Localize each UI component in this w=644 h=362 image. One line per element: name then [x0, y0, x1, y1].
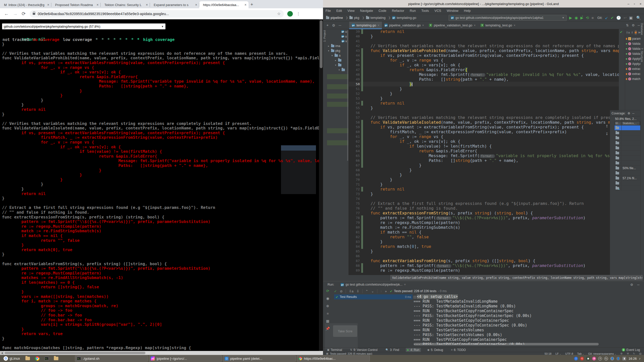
- editor-line[interactable]: 51 }: [349, 86, 619, 91]
- new-tab-button[interactable]: +: [249, 1, 255, 8]
- project-dir-row[interactable]: ▾: [327, 67, 348, 72]
- menu-item-file[interactable]: File: [326, 9, 331, 13]
- structure-item[interactable]: fextractVariablesFromString: [625, 71, 640, 76]
- toolwindow-button-3-find[interactable]: 🔍3: Find: [384, 348, 401, 352]
- chrome-launcher-icon[interactable]: [35, 356, 39, 361]
- taskbar-window-button[interactable]: >_./goland.sh: [75, 355, 148, 361]
- run-configuration-select[interactable]: go go test github.com/tektoncd/pipeline/…: [449, 15, 567, 21]
- show-passed-icon[interactable]: ✓: [334, 289, 337, 293]
- close-tab-icon[interactable]: ×: [47, 3, 49, 7]
- run-tab[interactable]: go go test github.com/tektoncd/pipeline/…: [339, 281, 408, 288]
- structure-item[interactable]: vparameterSubstitution: [625, 36, 640, 41]
- project-covered-row[interactable]: [327, 128, 348, 133]
- breadcrumb-item[interactable]: templating❯: [366, 16, 391, 20]
- editor-line[interactable]: 45 for _, v := range vs {: [349, 58, 619, 63]
- coverage-row[interactable]: [615, 141, 640, 146]
- menu-item-window[interactable]: Window: [447, 9, 458, 13]
- more-icon[interactable]: »: [385, 289, 387, 293]
- editor-line[interactable]: 53 }: [349, 96, 619, 101]
- scroll-to-bottom-icon[interactable]: ↧: [606, 132, 608, 136]
- structure-item[interactable]: fmatchGroups: [625, 76, 640, 81]
- run-settings-gear-icon[interactable]: ⚙: [630, 283, 633, 287]
- editor-line[interactable]: 39 return nil: [349, 29, 619, 34]
- coverage-row[interactable]: [615, 181, 640, 186]
- editor-line[interactable]: 56: [349, 110, 619, 115]
- close-tab-icon[interactable]: ×: [514, 24, 515, 27]
- expand-arrow-icon[interactable]: ▸: [328, 45, 330, 47]
- fold-icon[interactable]: +: [414, 296, 416, 298]
- tray-app-icon[interactable]: G: [580, 357, 584, 360]
- project-dir-row[interactable]: ▾pkg: [327, 48, 348, 53]
- editor-line[interactable]: 71 }: [349, 182, 619, 187]
- scrollbar-thumb[interactable]: [320, 20, 323, 68]
- toolwindow-button-5-debug[interactable]: ◉5: Debug: [426, 348, 445, 352]
- tray-flower-icon[interactable]: ✻: [592, 357, 596, 360]
- display-icon[interactable]: ▣: [586, 357, 590, 360]
- browser-horizontal-scrollbar[interactable]: ◀: [0, 351, 323, 355]
- status-icon-0[interactable]: ⚙: [620, 352, 623, 355]
- status-widget[interactable]: LF: [555, 352, 561, 355]
- coverage-row[interactable]: [615, 161, 640, 166]
- git-revert-icon[interactable]: ↩: [624, 16, 627, 20]
- project-dir-row[interactable]: ▸: [327, 58, 348, 63]
- status-widget[interactable]: Git: newarrayparams: [588, 352, 616, 355]
- editor-line[interactable]: 66 Paths: []string{path + "." + name},: [349, 158, 619, 163]
- editor-line[interactable]: 58func ValidateVariableIsolated(name, va…: [349, 120, 619, 125]
- structure-item[interactable]: fValidateVariable: [625, 41, 640, 46]
- database-stripe-button[interactable]: Database: [640, 23, 644, 46]
- editor-line[interactable]: 84 return match[0], true: [349, 244, 619, 249]
- status-widget[interactable]: Tab: [577, 352, 584, 355]
- close-tab-icon[interactable]: ×: [378, 24, 379, 27]
- bookmark-star-icon[interactable]: ☆: [277, 11, 281, 16]
- editor-line[interactable]: 77func extractExpressionFromString(s, pr…: [349, 211, 619, 215]
- sort-alphabetically-icon[interactable]: ⇩a: [349, 289, 353, 293]
- sort-visibility-icon[interactable]: ⇩: [631, 31, 633, 34]
- tray-zero-icon[interactable]: 0: [598, 357, 602, 360]
- url-text[interactable]: 00e9e64bacdaa76c8209591da9982351969eeebb…: [38, 12, 275, 16]
- event-log-button[interactable]: 4Event Log: [620, 348, 644, 352]
- editor-line[interactable]: 70 }: [349, 177, 619, 182]
- collapse-all-icon[interactable]: ⌖: [327, 23, 329, 27]
- editor-line[interactable]: 64 return &apis.FieldError{: [349, 149, 619, 153]
- status-widget[interactable]: UTF-8: [565, 352, 573, 355]
- editor-line[interactable]: 87func extractVariablesFromString(s, pre…: [349, 258, 619, 263]
- git-update-icon[interactable]: ↙: [605, 16, 608, 20]
- expand-all-icon[interactable]: ⌃: [366, 289, 368, 293]
- open-in-window-icon[interactable]: ▣: [629, 16, 633, 20]
- breadcrumb-item[interactable]: pkg❯: [349, 16, 364, 20]
- settings-gear-icon[interactable]: ⚙: [332, 23, 335, 27]
- editor-line[interactable]: 68 }: [349, 168, 619, 172]
- applications-menu-button[interactable]: G gLinux: [2, 356, 22, 361]
- editor-line[interactable]: 78 pattern := fmt.Sprintf(format:"\\$({%…: [349, 215, 619, 220]
- coverage-row[interactable]: v: [615, 186, 640, 191]
- structure-item[interactable]: fApplyArrayReplacements: [625, 61, 640, 66]
- editor-tab[interactable]: Tpipeline_validation_test.go×: [426, 22, 478, 29]
- editor-line[interactable]: 46 if _, ok := vars[v]; ok {: [349, 63, 619, 67]
- close-icon[interactable]: ×: [639, 2, 641, 6]
- expand-arrow-icon[interactable]: ▸: [335, 59, 337, 62]
- battery-icon[interactable]: ▮: [622, 357, 626, 360]
- run-button[interactable]: ▶: [569, 16, 572, 20]
- coverage-row[interactable]: [615, 135, 640, 141]
- tray-zero2-icon[interactable]: 0₂: [604, 357, 608, 360]
- close-tab-icon[interactable]: ×: [245, 3, 247, 7]
- more-options-icon[interactable]: ≫: [638, 31, 640, 34]
- project-covered-row[interactable]: [327, 140, 348, 145]
- status-icon-1[interactable]: ⚒: [627, 352, 629, 355]
- editor-line[interactable]: 86: [349, 254, 619, 258]
- menu-item-vcs[interactable]: VCS: [434, 9, 441, 13]
- taskbar-window-button[interactable]: GO|pipeline [~/go/src/...: [149, 355, 222, 361]
- editor-line[interactable]: 40}: [349, 34, 619, 39]
- terminal-launcher-icon[interactable]: >_: [45, 357, 49, 360]
- menu-item-help[interactable]: Help: [464, 9, 471, 13]
- toolwindow-button-6-todo[interactable]: ≡6: TODO: [450, 348, 467, 352]
- status-icon-2[interactable]: ↻: [633, 352, 635, 355]
- editor-line[interactable]: 54 return nil: [349, 101, 619, 106]
- coverage-row[interactable]: [615, 146, 640, 151]
- hide-tabs-icon[interactable]: ─: [638, 23, 640, 27]
- editor-line[interactable]: 62 if _, ok := vars[v]; ok {: [349, 139, 619, 144]
- menu-item-refactor[interactable]: Refactor: [392, 9, 404, 13]
- editor-line[interactable]: 50 }: [349, 82, 619, 86]
- editor-line[interactable]: 67 }: [349, 163, 619, 168]
- toolwindow-button-4-run[interactable]: ▶4: Run: [406, 348, 421, 352]
